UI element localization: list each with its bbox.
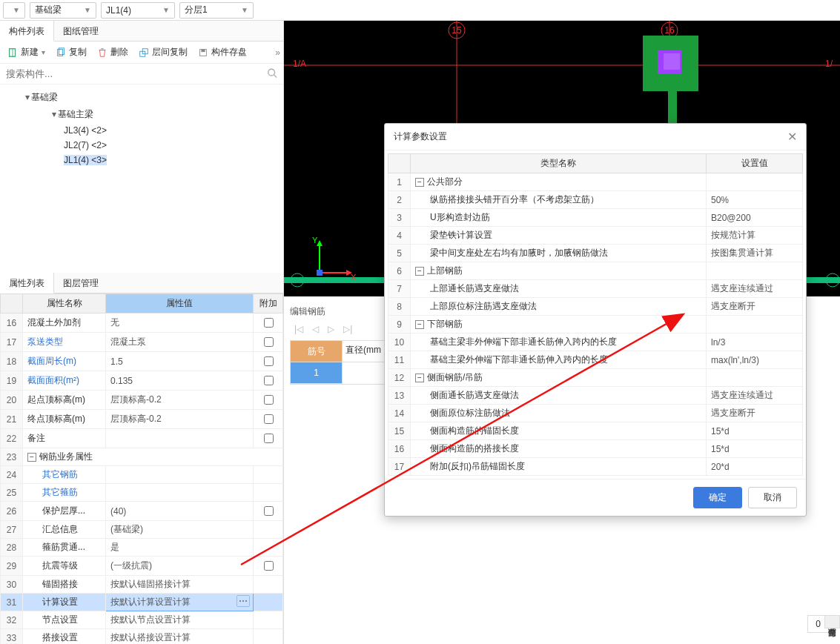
search-input[interactable] <box>0 64 283 84</box>
expander-icon[interactable]: − <box>415 374 424 382</box>
param-row[interactable]: 1−公共部分 <box>388 173 803 191</box>
svg-rect-6 <box>201 49 205 52</box>
more-icon[interactable]: » <box>275 47 280 58</box>
search-icon[interactable] <box>267 67 277 80</box>
close-icon[interactable]: ✕ <box>787 130 797 144</box>
col-type-name: 类型名称 <box>411 154 707 173</box>
param-row[interactable]: 17附加(反扣)吊筋锚固长度20*d <box>388 458 803 476</box>
dropdown-component[interactable]: JL1(4)▼ <box>101 2 175 19</box>
extra-checkbox[interactable] <box>264 318 274 328</box>
property-row[interactable]: 17泵送类型混凝土泵 <box>1 333 283 352</box>
svg-rect-22 <box>664 53 680 70</box>
extra-checkbox[interactable] <box>264 414 274 424</box>
extra-checkbox[interactable] <box>264 337 274 347</box>
expander-icon[interactable]: − <box>415 267 424 276</box>
dropdown-category[interactable]: 基础梁▼ <box>30 2 96 19</box>
cancel-button[interactable]: 取消 <box>748 487 797 508</box>
property-row[interactable]: 25其它箍筋 <box>1 484 283 502</box>
param-row[interactable]: 16侧面构造筋的搭接长度15*d <box>388 440 803 458</box>
next-icon[interactable]: ▷ <box>328 324 334 334</box>
property-row[interactable]: 29抗震等级(一级抗震) <box>1 557 283 576</box>
chevron-down-icon: ▼ <box>84 6 91 14</box>
component-toolbar: 新建▾ 复制 删除 层间复制 构件存盘 » <box>0 42 283 64</box>
expander-icon[interactable]: − <box>415 320 424 329</box>
extra-checkbox[interactable] <box>264 376 274 385</box>
param-row[interactable]: 4梁垫铁计算设置按规范计算 <box>388 227 803 245</box>
property-row[interactable]: 33搭接设置按默认搭接设置计算 <box>1 629 283 645</box>
property-row[interactable]: 23−钢筋业务属性 <box>1 448 283 466</box>
svg-point-7 <box>268 69 275 76</box>
property-row[interactable]: 31计算设置按默认计算设置计算⋯ <box>1 594 283 611</box>
param-row[interactable]: 9−下部钢筋 <box>388 316 803 333</box>
search-box <box>0 64 283 84</box>
property-row[interactable]: 27汇总信息(基础梁) <box>1 521 283 539</box>
param-row[interactable]: 7上部通长筋遇支座做法遇支座连续通过 <box>388 280 803 298</box>
param-row[interactable]: 12−侧面钢筋/吊筋 <box>388 369 803 387</box>
param-row[interactable]: 2纵筋搭接接头错开百分率（不考虑架立筋）50% <box>388 191 803 209</box>
ok-button[interactable]: 确定 <box>693 487 742 508</box>
svg-text:1/: 1/ <box>825 59 833 69</box>
expander-icon[interactable]: − <box>415 178 424 187</box>
component-tree: ▾基础梁 ▾基础主梁 JL3(4) <2> JL2(7) <2> JL1(4) … <box>0 84 283 273</box>
property-table: 属性名称 属性值 附加 16混凝土外加剂无17泵送类型混凝土泵18截面周长(m)… <box>0 293 283 644</box>
param-row[interactable]: 11基础主梁外伸端下部非通长筋伸入跨内的长度max(ln',ln/3) <box>388 351 803 369</box>
property-row[interactable]: 30锚固搭接按默认锚固搭接计算 <box>1 576 283 594</box>
upper-tabs: 构件列表 图纸管理 <box>0 21 283 42</box>
ellipsis-button[interactable]: ⋯ <box>237 595 250 607</box>
top-toolbar: ▼ 基础梁▼ JL1(4)▼ 分层1▼ <box>0 0 840 21</box>
param-row[interactable]: 3U形构造封边筋B20@200 <box>388 209 803 227</box>
param-row[interactable]: 15侧面构造筋的锚固长度15*d <box>388 422 803 440</box>
tree-leaf[interactable]: JL3(4) <2> <box>3 123 280 138</box>
svg-rect-29 <box>317 270 323 276</box>
extra-checkbox[interactable] <box>264 434 274 443</box>
property-row[interactable]: 18截面周长(m)1.5 <box>1 352 283 371</box>
extra-checkbox[interactable] <box>264 356 274 366</box>
svg-text:1/A: 1/A <box>293 59 306 69</box>
property-row[interactable]: 28箍筋贯通...是 <box>1 539 283 557</box>
extra-checkbox[interactable] <box>264 395 274 405</box>
expander-icon[interactable]: − <box>27 453 36 462</box>
property-row[interactable]: 21终点顶标高(m)层顶标高-0.2 <box>1 410 283 429</box>
save-component-button[interactable]: 构件存盘 <box>194 44 251 61</box>
layer-copy-button[interactable]: 层间复制 <box>134 44 192 61</box>
extra-checkbox[interactable] <box>264 506 274 516</box>
first-icon[interactable]: |◁ <box>294 324 303 334</box>
last-icon[interactable]: ▷| <box>343 324 352 334</box>
tab-component-list[interactable]: 构件列表 <box>0 21 54 42</box>
tab-drawing-mgmt[interactable]: 图纸管理 <box>54 21 108 41</box>
tab-layer-mgmt[interactable]: 图层管理 <box>54 273 108 293</box>
prev-icon[interactable]: ◁ <box>312 324 319 334</box>
dropdown-layer[interactable]: 分层1▼ <box>179 2 254 19</box>
chevron-down-icon: ▼ <box>162 6 170 14</box>
tab-property-list[interactable]: 属性列表 <box>0 273 54 293</box>
tree-leaf-selected[interactable]: JL1(4) <3> <box>3 153 280 167</box>
param-row[interactable]: 5梁中间支座处左右均有加腋时，加腋钢筋做法按图集贯通计算 <box>388 245 803 262</box>
tree-node[interactable]: ▾基础梁 <box>3 89 280 106</box>
tree-leaf[interactable]: JL2(7) <2> <box>3 138 280 153</box>
dropdown-blank[interactable]: ▼ <box>3 2 25 19</box>
property-row[interactable]: 26保护层厚...(40) <box>1 502 283 521</box>
property-row[interactable]: 20起点顶标高(m)层顶标高-0.2 <box>1 391 283 410</box>
extra-checkbox[interactable] <box>264 561 274 571</box>
property-row[interactable]: 16混凝土外加剂无 <box>1 313 283 333</box>
param-row[interactable]: 6−上部钢筋 <box>388 262 803 280</box>
param-row[interactable]: 10基础主梁非外伸端下部非通长筋伸入跨内的长度ln/3 <box>388 333 803 351</box>
tree-node[interactable]: ▾基础主梁 <box>3 106 280 123</box>
delete-button[interactable]: 删除 <box>93 44 133 61</box>
param-row[interactable]: 14侧面原位标注筋做法遇支座断开 <box>388 405 803 422</box>
rebar-mini-grid[interactable]: 筋号 1 直径(mm <box>290 340 386 385</box>
property-row[interactable]: 22备注 <box>1 429 283 448</box>
param-row[interactable]: 8上部原位标注筋遇支座做法遇支座断开 <box>388 298 803 316</box>
right-side-tab[interactable]: 弯曲调整 <box>824 615 840 628</box>
col-value: 属性值 <box>106 294 254 313</box>
col-name: 属性名称 <box>23 294 106 313</box>
property-row[interactable]: 32节点设置按默认节点设置计算 <box>1 611 283 629</box>
lower-tabs: 属性列表 图层管理 <box>0 273 283 293</box>
property-row[interactable]: 19截面面积(m²)0.135 <box>1 371 283 391</box>
col-set-value: 设置值 <box>707 154 803 173</box>
copy-button[interactable]: 复制 <box>51 44 91 61</box>
left-panel: 构件列表 图纸管理 新建▾ 复制 删除 层间复制 构件存盘 » ▾基础梁 ▾基 <box>0 21 284 644</box>
property-row[interactable]: 24其它钢筋 <box>1 466 283 484</box>
param-row[interactable]: 13侧面通长筋遇支座做法遇支座连续通过 <box>388 387 803 405</box>
new-button[interactable]: 新建▾ <box>3 44 50 61</box>
